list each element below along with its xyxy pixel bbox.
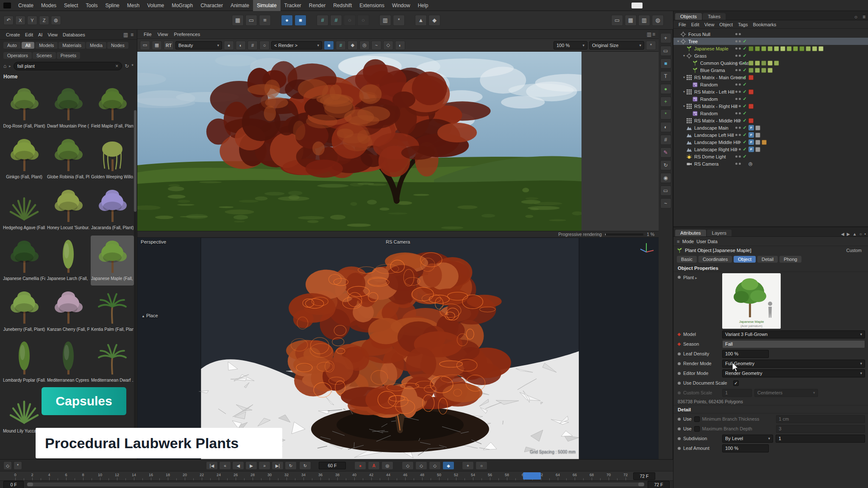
enabled-check-icon[interactable]: ✓ [742, 75, 747, 80]
leaf-density-field[interactable]: 100 % [722, 350, 769, 358]
menu-volume[interactable]: Volume [143, 0, 168, 11]
attr-tab-detail[interactable]: Detail [757, 256, 778, 263]
render-settings-icon[interactable]: ≡ [259, 15, 271, 26]
refresh-icon[interactable]: ↻ [125, 63, 129, 69]
expand-icon[interactable]: ▾ [676, 39, 680, 43]
editor-visibility-dot[interactable] [735, 76, 737, 78]
capsule-icon[interactable]: ◆ [428, 15, 440, 26]
filter-tab-materials[interactable]: Materials [58, 42, 85, 49]
interactive-render-icon[interactable]: ● [281, 15, 293, 26]
editor-mode-select[interactable]: Render Geometry▾ [722, 369, 865, 377]
asset-tile-dwarf-mountain-pine[interactable]: Dwarf Mountain Pine (... [47, 83, 90, 133]
render-visibility-dot[interactable] [739, 155, 741, 158]
sphere-icon[interactable]: ● [224, 41, 234, 50]
om-menu-bookmarks[interactable]: Bookmarks [750, 20, 779, 29]
expand-icon[interactable]: ▾ [682, 90, 686, 94]
enabled-check-icon[interactable]: ✓ [742, 125, 747, 130]
quantize-icon[interactable]: # [330, 15, 342, 26]
vp-gear-icon[interactable]: * [646, 41, 656, 50]
perspective-viewport[interactable]: Perspective RS Camera ▲ Place Grid Spaci… [137, 238, 659, 459]
object-row-landscape-main[interactable]: Landscape Main✓F [673, 124, 868, 131]
material-tag[interactable] [762, 140, 767, 145]
range-track[interactable] [27, 482, 644, 486]
hamburger-icon[interactable]: ≡ [677, 239, 680, 244]
material-tag[interactable] [768, 68, 773, 73]
enabled-check-icon[interactable]: ✓ [742, 89, 747, 94]
previous-key-button[interactable]: « [219, 461, 231, 470]
field-tag[interactable]: F [748, 139, 754, 145]
menu-icon[interactable]: ≡ [131, 32, 134, 38]
gear-icon[interactable]: * [393, 15, 405, 26]
object-row-focus-null[interactable]: Focus Null [673, 30, 868, 38]
end-frame-field[interactable]: 72 F [633, 472, 655, 480]
object-row-random[interactable]: Random✓ [673, 81, 868, 88]
previous-frame-button[interactable]: ◀ [232, 461, 244, 470]
object-row-landscape-middle-hill[interactable]: Landscape Middle Hill✓F [673, 139, 868, 146]
editor-visibility-dot[interactable] [735, 47, 737, 50]
leaf-amount-field[interactable]: 100 % [722, 444, 769, 452]
material-tag[interactable] [806, 46, 811, 51]
jump-end-button[interactable]: ▶| [272, 461, 284, 470]
attr-tab-basic[interactable]: Basic [677, 256, 697, 263]
subdivision-field[interactable]: 1 [776, 435, 865, 443]
stamp-icon[interactable]: ◇ [383, 41, 393, 50]
asset-tile-lombardy-poplar-fall[interactable]: Lombardy Poplar (Fall... [3, 337, 46, 387]
editor-visibility-dot[interactable] [735, 119, 737, 122]
editor-visibility-dot[interactable] [735, 127, 737, 129]
assets-menu-databases[interactable]: Databases [60, 30, 88, 40]
range-handle-left[interactable] [27, 482, 33, 486]
render-visibility-dot[interactable] [739, 141, 741, 143]
om-menu-tags[interactable]: Tags [735, 20, 750, 29]
clear-search-icon[interactable]: × [115, 63, 118, 69]
expand-icon[interactable]: ▾ [682, 54, 686, 58]
user-data-menu[interactable]: User Data [696, 239, 718, 244]
om-menu-edit[interactable]: Edit [689, 20, 702, 29]
asset-tile-japanese-camellia-fal[interactable]: Japanese Camellia (Fal... [3, 236, 46, 286]
redshift-matrix-tag[interactable] [748, 104, 754, 109]
list-view-icon[interactable]: ▥ [123, 32, 128, 38]
asset-tile-field-maple-fall-plant[interactable]: Field Maple (Fall, Plant) [91, 83, 134, 133]
assets-menu-edit[interactable]: Edit [22, 30, 36, 40]
material-tag[interactable] [761, 68, 766, 73]
editor-visibility-dot[interactable] [735, 98, 737, 100]
object-row-rs-matrix-left-hill[interactable]: ▾RS Matrix - Left Hill✓ [673, 88, 868, 95]
compare-icon[interactable]: ◐ [236, 41, 246, 50]
window-icon[interactable] [632, 3, 643, 8]
team-render-icon[interactable]: ■ [295, 15, 306, 26]
asset-tile-honey-locust-sunbur[interactable]: Honey Locust 'Sunbur... [47, 185, 90, 235]
material-tag[interactable] [755, 140, 760, 145]
editor-visibility-dot[interactable] [735, 134, 737, 136]
material-tag[interactable] [748, 46, 754, 51]
spline-pen-icon[interactable]: ~ [660, 198, 671, 208]
asset-tile-kentia-palm-fall-plant[interactable]: Kentia Palm (Fall, Plant) [91, 286, 134, 336]
menu-extensions[interactable]: Extensions [356, 0, 388, 11]
menu-tools[interactable]: Tools [82, 0, 101, 11]
material-tag[interactable] [755, 125, 760, 130]
keyframe-sphere-icon[interactable]: ◎ [381, 461, 393, 470]
jump-start-button[interactable]: |◀ [206, 461, 218, 470]
render-region-icon[interactable]: ▭ [245, 15, 257, 26]
timeline-ruler[interactable]: 72 F 02468101214161820222426283032343638… [0, 471, 673, 481]
frame-icon[interactable]: ○ [259, 41, 270, 50]
render-mode-select[interactable]: Full Geometry▾ [722, 360, 865, 368]
key-param-icon[interactable]: ◆ [442, 461, 454, 470]
back-icon[interactable]: ◀ [841, 232, 844, 236]
up-icon[interactable]: ▲ [853, 232, 857, 236]
editor-visibility-dot[interactable] [735, 62, 737, 64]
layout-2-icon[interactable]: ▦ [625, 15, 637, 26]
attr-tab-object[interactable]: Object [734, 256, 756, 263]
custom-scale-unit-select[interactable]: Centimeters▾ [754, 389, 818, 397]
model-select[interactable]: Variant 3 Full-Grown▾ [722, 330, 865, 338]
material-tag[interactable] [748, 61, 754, 66]
material-tag[interactable] [768, 46, 773, 51]
menu-help[interactable]: Help [414, 0, 432, 11]
slate-tool-icon[interactable]: ▭ [660, 186, 671, 196]
om-menu-file[interactable]: File [676, 20, 689, 29]
search-input[interactable] [17, 64, 113, 69]
min-branch-use-checkbox[interactable] [694, 416, 700, 422]
render-visibility-dot[interactable] [739, 105, 741, 107]
mixer-icon[interactable]: ▥ [379, 15, 391, 26]
object-row-random[interactable]: Random✓ [673, 110, 868, 117]
record-icon[interactable]: ● [354, 461, 366, 470]
menu-select[interactable]: Select [60, 0, 82, 11]
